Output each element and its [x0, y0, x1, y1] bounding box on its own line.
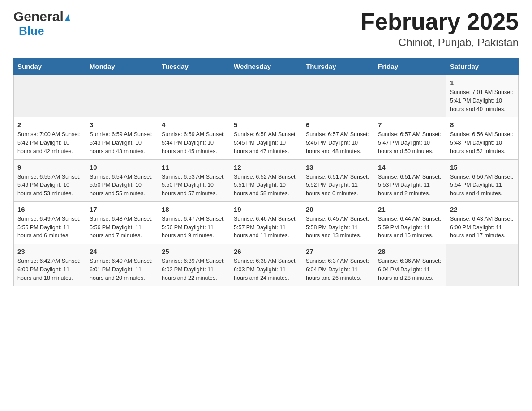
logo: General Blue	[13, 9, 70, 38]
weekday-header-row: Sunday Monday Tuesday Wednesday Thursday…	[14, 58, 519, 75]
day-number: 28	[378, 248, 442, 255]
day-info: Sunrise: 7:01 AM Sunset: 5:41 PM Dayligh…	[450, 88, 515, 113]
day-info: Sunrise: 6:46 AM Sunset: 5:57 PM Dayligh…	[234, 215, 298, 240]
day-info: Sunrise: 6:38 AM Sunset: 6:03 PM Dayligh…	[234, 257, 298, 282]
day-info: Sunrise: 6:45 AM Sunset: 5:58 PM Dayligh…	[306, 215, 370, 240]
calendar-cell: 19Sunrise: 6:46 AM Sunset: 5:57 PM Dayli…	[230, 201, 302, 244]
calendar-cell: 7Sunrise: 6:57 AM Sunset: 5:47 PM Daylig…	[374, 117, 446, 159]
header-thursday: Thursday	[302, 58, 374, 75]
calendar-cell	[302, 75, 374, 117]
day-number: 3	[90, 121, 154, 128]
day-number: 7	[378, 121, 442, 128]
header-saturday: Saturday	[446, 58, 519, 75]
calendar-cell: 4Sunrise: 6:59 AM Sunset: 5:44 PM Daylig…	[158, 117, 230, 159]
day-number: 22	[450, 206, 515, 213]
calendar-week-row: 2Sunrise: 7:00 AM Sunset: 5:42 PM Daylig…	[14, 117, 519, 159]
calendar-cell: 9Sunrise: 6:55 AM Sunset: 5:49 PM Daylig…	[14, 159, 86, 201]
day-info: Sunrise: 6:47 AM Sunset: 5:56 PM Dayligh…	[162, 215, 226, 240]
day-info: Sunrise: 6:44 AM Sunset: 5:59 PM Dayligh…	[378, 215, 442, 240]
page-header: General Blue February 2025 Chiniot, Punj…	[13, 9, 519, 49]
day-number: 19	[234, 206, 298, 213]
calendar-cell	[446, 244, 519, 286]
calendar-cell: 11Sunrise: 6:53 AM Sunset: 5:50 PM Dayli…	[158, 159, 230, 201]
day-number: 11	[162, 163, 226, 171]
day-info: Sunrise: 6:54 AM Sunset: 5:50 PM Dayligh…	[90, 173, 154, 198]
logo-blue-text: Blue	[19, 24, 44, 38]
calendar-cell	[374, 75, 446, 117]
logo-general-text: General	[13, 9, 70, 24]
day-number: 25	[162, 248, 226, 255]
day-number: 16	[17, 206, 82, 213]
calendar-cell: 12Sunrise: 6:52 AM Sunset: 5:51 PM Dayli…	[230, 159, 302, 201]
day-info: Sunrise: 7:00 AM Sunset: 5:42 PM Dayligh…	[17, 130, 82, 155]
calendar-cell: 15Sunrise: 6:50 AM Sunset: 5:54 PM Dayli…	[446, 159, 519, 201]
day-info: Sunrise: 6:42 AM Sunset: 6:00 PM Dayligh…	[17, 257, 82, 282]
header-sunday: Sunday	[14, 58, 86, 75]
calendar-cell: 26Sunrise: 6:38 AM Sunset: 6:03 PM Dayli…	[230, 244, 302, 286]
calendar-cell: 14Sunrise: 6:51 AM Sunset: 5:53 PM Dayli…	[374, 159, 446, 201]
day-info: Sunrise: 6:53 AM Sunset: 5:50 PM Dayligh…	[162, 173, 226, 198]
day-number: 18	[162, 206, 226, 213]
day-number: 5	[234, 121, 298, 128]
day-info: Sunrise: 6:51 AM Sunset: 5:52 PM Dayligh…	[306, 173, 370, 198]
day-info: Sunrise: 6:59 AM Sunset: 5:43 PM Dayligh…	[90, 130, 154, 155]
calendar-cell: 2Sunrise: 7:00 AM Sunset: 5:42 PM Daylig…	[14, 117, 86, 159]
day-number: 15	[450, 163, 515, 171]
day-info: Sunrise: 6:56 AM Sunset: 5:48 PM Dayligh…	[450, 130, 515, 155]
calendar-cell: 28Sunrise: 6:36 AM Sunset: 6:04 PM Dayli…	[374, 244, 446, 286]
calendar-week-row: 9Sunrise: 6:55 AM Sunset: 5:49 PM Daylig…	[14, 159, 519, 201]
calendar-title: February 2025	[360, 9, 519, 34]
header-monday: Monday	[86, 58, 158, 75]
day-info: Sunrise: 6:39 AM Sunset: 6:02 PM Dayligh…	[162, 257, 226, 282]
header-friday: Friday	[374, 58, 446, 75]
day-info: Sunrise: 6:40 AM Sunset: 6:01 PM Dayligh…	[90, 257, 154, 282]
calendar-cell: 24Sunrise: 6:40 AM Sunset: 6:01 PM Dayli…	[86, 244, 158, 286]
calendar-cell: 8Sunrise: 6:56 AM Sunset: 5:48 PM Daylig…	[446, 117, 519, 159]
calendar-cell: 5Sunrise: 6:58 AM Sunset: 5:45 PM Daylig…	[230, 117, 302, 159]
calendar-table: Sunday Monday Tuesday Wednesday Thursday…	[13, 58, 519, 286]
calendar-cell: 16Sunrise: 6:49 AM Sunset: 5:55 PM Dayli…	[14, 201, 86, 244]
calendar-cell: 22Sunrise: 6:43 AM Sunset: 6:00 PM Dayli…	[446, 201, 519, 244]
calendar-week-row: 1Sunrise: 7:01 AM Sunset: 5:41 PM Daylig…	[14, 75, 519, 117]
calendar-cell: 10Sunrise: 6:54 AM Sunset: 5:50 PM Dayli…	[86, 159, 158, 201]
calendar-cell: 23Sunrise: 6:42 AM Sunset: 6:00 PM Dayli…	[14, 244, 86, 286]
day-info: Sunrise: 6:57 AM Sunset: 5:47 PM Dayligh…	[378, 130, 442, 155]
header-tuesday: Tuesday	[158, 58, 230, 75]
calendar-cell: 17Sunrise: 6:48 AM Sunset: 5:56 PM Dayli…	[86, 201, 158, 244]
calendar-cell	[158, 75, 230, 117]
calendar-cell: 13Sunrise: 6:51 AM Sunset: 5:52 PM Dayli…	[302, 159, 374, 201]
calendar-cell	[86, 75, 158, 117]
day-number: 24	[90, 248, 154, 255]
day-info: Sunrise: 6:43 AM Sunset: 6:00 PM Dayligh…	[450, 215, 515, 240]
day-number: 26	[234, 248, 298, 255]
day-info: Sunrise: 6:51 AM Sunset: 5:53 PM Dayligh…	[378, 173, 442, 198]
day-info: Sunrise: 6:52 AM Sunset: 5:51 PM Dayligh…	[234, 173, 298, 198]
calendar-cell: 3Sunrise: 6:59 AM Sunset: 5:43 PM Daylig…	[86, 117, 158, 159]
day-info: Sunrise: 6:58 AM Sunset: 5:45 PM Dayligh…	[234, 130, 298, 155]
calendar-week-row: 23Sunrise: 6:42 AM Sunset: 6:00 PM Dayli…	[14, 244, 519, 286]
day-number: 1	[450, 79, 515, 86]
calendar-week-row: 16Sunrise: 6:49 AM Sunset: 5:55 PM Dayli…	[14, 201, 519, 244]
calendar-cell: 20Sunrise: 6:45 AM Sunset: 5:58 PM Dayli…	[302, 201, 374, 244]
day-number: 17	[90, 206, 154, 213]
day-number: 14	[378, 163, 442, 171]
calendar-cell: 25Sunrise: 6:39 AM Sunset: 6:02 PM Dayli…	[158, 244, 230, 286]
day-number: 10	[90, 163, 154, 171]
day-number: 8	[450, 121, 515, 128]
day-info: Sunrise: 6:48 AM Sunset: 5:56 PM Dayligh…	[90, 215, 154, 240]
day-number: 2	[17, 121, 82, 128]
day-info: Sunrise: 6:55 AM Sunset: 5:49 PM Dayligh…	[17, 173, 82, 198]
day-info: Sunrise: 6:57 AM Sunset: 5:46 PM Dayligh…	[306, 130, 370, 155]
day-number: 9	[17, 163, 82, 171]
day-info: Sunrise: 6:49 AM Sunset: 5:55 PM Dayligh…	[17, 215, 82, 240]
calendar-cell: 21Sunrise: 6:44 AM Sunset: 5:59 PM Dayli…	[374, 201, 446, 244]
calendar-cell: 18Sunrise: 6:47 AM Sunset: 5:56 PM Dayli…	[158, 201, 230, 244]
day-info: Sunrise: 6:37 AM Sunset: 6:04 PM Dayligh…	[306, 257, 370, 282]
header-wednesday: Wednesday	[230, 58, 302, 75]
day-info: Sunrise: 6:36 AM Sunset: 6:04 PM Dayligh…	[378, 257, 442, 282]
calendar-cell: 1Sunrise: 7:01 AM Sunset: 5:41 PM Daylig…	[446, 75, 519, 117]
calendar-cell	[230, 75, 302, 117]
title-block: February 2025 Chiniot, Punjab, Pakistan	[360, 9, 519, 49]
day-number: 4	[162, 121, 226, 128]
day-number: 20	[306, 206, 370, 213]
